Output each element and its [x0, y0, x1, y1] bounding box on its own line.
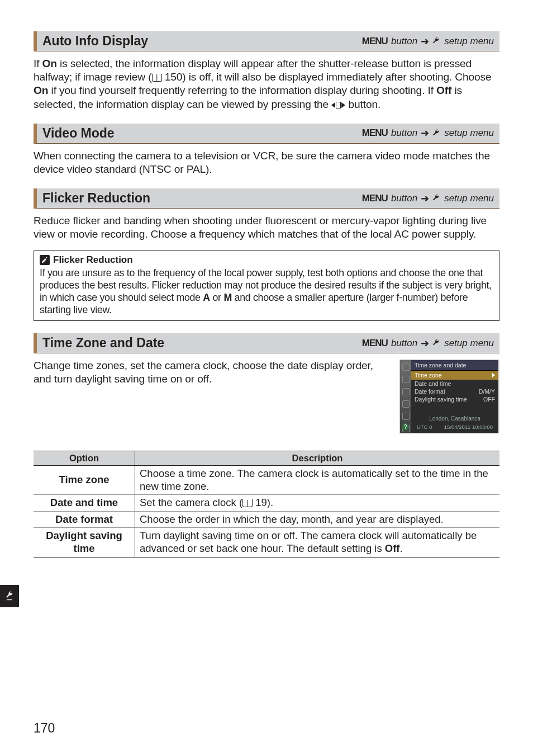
option-cell: Time zone	[34, 466, 135, 495]
menu-label: MENU	[362, 338, 388, 349]
info-button-icon	[331, 102, 345, 108]
table-row: Date and time Set the camera clock ( 19)…	[34, 495, 499, 512]
options-table: Option Description Time zone Choose a ti…	[34, 451, 499, 557]
arrow-right-icon: ➜	[421, 192, 429, 205]
setup-menu-label: setup menu	[444, 36, 494, 47]
flicker-body: Reduce flicker and banding when shooting…	[34, 214, 499, 241]
manual-ref-icon	[152, 74, 162, 82]
flicker-note-box: Flicker Reduction If you are unsure as t…	[34, 251, 499, 322]
side-tab-icon	[0, 585, 19, 607]
section-subtitle: MENU button ➜ setup menu	[362, 337, 494, 349]
screenshot-tab-strip	[400, 360, 411, 433]
setup-menu-label: setup menu	[444, 193, 494, 204]
tab-icon	[402, 413, 410, 420]
menu-label: MENU	[362, 127, 388, 139]
screenshot-header: Time zone and date	[411, 360, 498, 371]
video-mode-body: When connecting the camera to a televisi…	[34, 149, 499, 176]
section-title: Time Zone and Date	[42, 336, 164, 351]
table-head-option: Option	[34, 451, 135, 466]
table-row: Date format Choose the order in which th…	[34, 511, 499, 528]
wrench-icon	[432, 194, 441, 202]
camera-screenshot: ? Time zone and date Time zone Date and …	[399, 359, 499, 434]
wrench-icon	[432, 129, 441, 138]
note-title-row: Flicker Reduction	[40, 254, 493, 266]
note-badge-icon	[40, 255, 50, 265]
desc-cell: Choose a time zone. The camera clock is …	[135, 466, 500, 495]
section-subtitle: MENU button ➜ setup menu	[362, 35, 494, 48]
section-header-timezone: Time Zone and Date MENU button ➜ setup m…	[34, 333, 499, 353]
screenshot-row: Date and time	[411, 380, 498, 388]
menu-suffix: button	[391, 36, 417, 47]
section-subtitle: MENU button ➜ setup menu	[362, 127, 494, 139]
option-cell: Date format	[34, 511, 135, 528]
table-row: Time zone Choose a time zone. The camera…	[34, 466, 499, 495]
tab-icon	[402, 363, 410, 371]
section-subtitle: MENU button ➜ setup menu	[362, 192, 494, 205]
auto-info-body: If On is selected, the information displ…	[34, 57, 499, 111]
timezone-body: Change time zones, set the camera clock,…	[34, 359, 387, 386]
menu-suffix: button	[391, 338, 417, 349]
arrow-right-icon: ➜	[421, 337, 429, 349]
option-cell: Date and time	[34, 495, 135, 512]
desc-cell: Choose the order in which the day, month…	[135, 511, 500, 528]
option-cell: Daylight saving time	[34, 528, 135, 557]
screenshot-footer-time: UTC 015/04/2011 10:00:00	[415, 424, 495, 430]
section-header-auto-info: Auto Info Display MENU button ➜ setup me…	[34, 31, 499, 51]
screenshot-row: Daylight saving timeOFF	[411, 395, 498, 403]
section-title: Flicker Reduction	[42, 191, 150, 206]
table-head-description: Description	[135, 451, 500, 466]
note-body: If you are unsure as to the frequency of…	[40, 267, 493, 316]
desc-cell: Turn daylight saving time on or off. The…	[135, 528, 500, 557]
tab-icon	[402, 376, 410, 383]
menu-label: MENU	[362, 193, 388, 204]
manual-ref-icon	[242, 499, 253, 507]
menu-suffix: button	[391, 193, 417, 204]
section-title: Video Mode	[42, 126, 115, 141]
section-header-flicker: Flicker Reduction MENU button ➜ setup me…	[34, 188, 499, 209]
arrow-right-icon: ➜	[421, 127, 429, 139]
screenshot-highlight-row: Time zone	[411, 371, 498, 380]
section-header-video-mode: Video Mode MENU button ➜ setup menu	[34, 124, 499, 144]
wrench-icon	[432, 339, 441, 347]
menu-suffix: button	[391, 127, 417, 139]
chevron-right-icon	[492, 373, 495, 377]
wrench-icon	[432, 37, 441, 45]
table-row: Daylight saving time Turn daylight savin…	[34, 528, 499, 557]
menu-label: MENU	[362, 36, 388, 47]
screenshot-footer-city: London, Casablanca	[415, 415, 495, 422]
page-number: 170	[34, 721, 55, 736]
setup-menu-label: setup menu	[444, 127, 494, 139]
arrow-right-icon: ➜	[421, 35, 429, 48]
tab-icon	[402, 400, 410, 408]
tab-icon	[402, 388, 410, 395]
setup-menu-label: setup menu	[444, 338, 494, 349]
screenshot-row: Date formatD/M/Y	[411, 388, 498, 395]
section-title: Auto Info Display	[42, 34, 148, 49]
desc-cell: Set the camera clock ( 19).	[135, 495, 500, 512]
note-title-text: Flicker Reduction	[53, 254, 133, 266]
